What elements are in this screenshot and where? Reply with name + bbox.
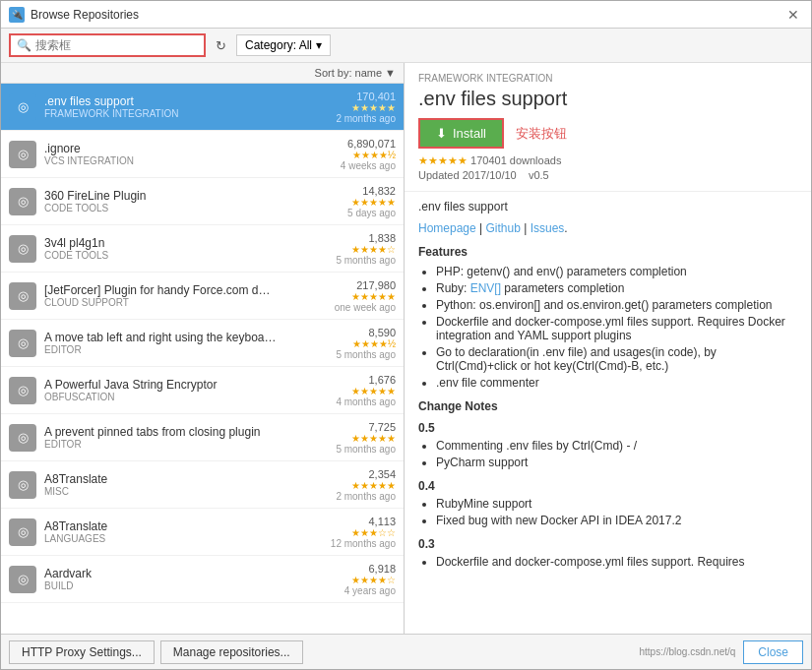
sort-label: Sort by: name [315, 67, 386, 79]
search-icon: 🔍 [17, 38, 31, 52]
change-item: Commenting .env files by Ctrl(Cmd) - / [436, 439, 797, 453]
detail-description: .env files support [418, 200, 797, 213]
category-label: Category: All [245, 38, 312, 52]
plugin-name: [JetForcer] Plugin for handy Force.com d… [44, 283, 335, 297]
plugin-downloads: 1,838 [336, 232, 396, 244]
detail-links: Homepage | Github | Issues. [418, 221, 797, 235]
list-item[interactable]: ◎ A8Translate MISC 2,354 ★★★★★ 2 months … [1, 461, 404, 509]
install-area: ⬇ Install 安装按钮 [418, 118, 797, 149]
list-item[interactable]: ◎ 360 FireLine Plugin CODE TOOLS 14,832 … [1, 178, 404, 225]
plugin-icon: ◎ [9, 377, 36, 404]
install-icon: ⬇ [436, 126, 447, 141]
plugin-category: EDITOR [44, 344, 336, 355]
changes-04-list: RubyMine supportFixed bug with new Docke… [418, 497, 797, 527]
app-icon: 🔌 [9, 7, 25, 23]
plugin-meta: 5 days ago [347, 208, 396, 218]
search-box[interactable]: 🔍 [9, 33, 206, 57]
browse-repositories-window: 🔌 Browse Repositories ✕ 🔍 ↻ Category: Al… [0, 0, 812, 670]
list-item[interactable]: ◎ .env files support FRAMEWORK INTEGRATI… [1, 84, 404, 131]
plugin-info: A Powerful Java String Encryptor OBFUSCA… [44, 378, 336, 402]
detail-stats: ★★★★★ 170401 downloads [418, 154, 797, 167]
manage-repositories-button[interactable]: Manage repositories... [160, 640, 303, 664]
detail-stars: ★★★★★ [418, 154, 468, 166]
list-item[interactable]: ◎ A prevent pinned tabs from closing plu… [1, 414, 404, 461]
version-text: v0.5 [529, 169, 549, 181]
plugin-downloads: 2,354 [336, 468, 396, 480]
plugin-name: A prevent pinned tabs from closing plugi… [44, 425, 336, 439]
plugin-name: .env files support [44, 94, 336, 108]
footer: HTTP Proxy Settings... Manage repositori… [1, 634, 811, 669]
list-item[interactable]: ◎ 3v4l pl4g1n CODE TOOLS 1,838 ★★★★☆ 5 m… [1, 225, 404, 273]
plugin-category: EDITOR [44, 439, 336, 450]
plugin-icon: ◎ [9, 330, 36, 357]
change-notes-title: Change Notes [418, 399, 797, 413]
category-dropdown[interactable]: Category: All ▾ [236, 34, 331, 56]
plugin-name: .ignore [44, 142, 341, 155]
plugin-stars: ★★★★☆ [336, 244, 396, 255]
change-item: Dockerfile and docker-compose.yml files … [436, 555, 797, 569]
plugin-info: Aardvark BUILD [44, 567, 344, 591]
issues-link[interactable]: Issues [531, 221, 565, 235]
change-item: PyCharm support [436, 456, 797, 469]
plugin-icon: ◎ [9, 424, 36, 452]
window-close-button[interactable]: ✕ [783, 5, 803, 25]
detail-title: .env files support [418, 88, 797, 110]
list-item[interactable]: ◎ A8Translate LANGUAGES 4,113 ★★★☆☆ 12 m… [1, 509, 404, 556]
plugin-meta: 2 months ago [336, 113, 396, 124]
install-label: Install [453, 126, 486, 141]
plugin-downloads: 6,918 [344, 563, 396, 575]
plugin-category: CODE TOOLS [44, 250, 336, 261]
plugin-icon: ◎ [9, 566, 36, 593]
plugin-meta: one week ago [335, 302, 396, 313]
detail-updated: Updated 2017/10/10 v0.5 [418, 169, 797, 181]
plugin-right: 2,354 ★★★★★ 2 months ago [336, 468, 396, 502]
close-button[interactable]: Close [743, 640, 803, 664]
plugin-name: 3v4l pl4g1n [44, 236, 336, 250]
list-item[interactable]: ◎ A move tab left and right using the ke… [1, 320, 404, 367]
feature-item: PHP: getenv() and env() parameters compl… [436, 265, 797, 278]
list-item[interactable]: ◎ [JetForcer] Plugin for handy Force.com… [1, 273, 404, 320]
http-proxy-button[interactable]: HTTP Proxy Settings... [9, 640, 155, 664]
plugin-name: A move tab left and right using the keyb… [44, 331, 336, 344]
title-bar: 🔌 Browse Repositories ✕ [1, 1, 811, 29]
changes-05-list: Commenting .env files by Ctrl(Cmd) - /Py… [418, 439, 797, 469]
list-item[interactable]: ◎ .ignore VCS INTEGRATION 6,890,071 ★★★★… [1, 131, 404, 178]
plugin-downloads: 7,725 [336, 421, 396, 433]
list-item[interactable]: ◎ Aardvark BUILD 6,918 ★★★★☆ 4 years ago [1, 556, 404, 603]
plugin-stars: ★★★★★ [336, 433, 396, 444]
plugin-icon: ◎ [9, 141, 36, 168]
footer-left: HTTP Proxy Settings... Manage repositori… [9, 640, 303, 664]
plugin-list[interactable]: ◎ .env files support FRAMEWORK INTEGRATI… [1, 84, 404, 634]
homepage-link[interactable]: Homepage [418, 221, 476, 235]
plugin-stars: ★★★☆☆ [331, 527, 396, 538]
detail-header: FRAMEWORK INTEGRATION .env files support… [405, 63, 811, 192]
change-item: RubyMine support [436, 497, 797, 511]
plugin-name: A Powerful Java String Encryptor [44, 378, 336, 392]
plugin-stars: ★★★★½ [341, 150, 396, 160]
plugin-meta: 5 months ago [336, 444, 396, 455]
list-item[interactable]: ◎ A Powerful Java String Encryptor OBFUS… [1, 367, 404, 414]
detail-panel: FRAMEWORK INTEGRATION .env files support… [405, 63, 811, 634]
plugin-meta: 4 months ago [336, 396, 396, 407]
plugin-downloads: 170,401 [336, 91, 396, 102]
plugin-stars: ★★★★★ [335, 291, 396, 302]
plugin-icon: ◎ [9, 518, 36, 546]
plugin-downloads: 4,113 [331, 516, 396, 527]
version-04: 0.4 [418, 479, 797, 493]
plugin-category: LANGUAGES [44, 533, 331, 544]
plugin-right: 8,590 ★★★★½ 5 months ago [336, 327, 396, 360]
refresh-button[interactable]: ↻ [212, 34, 230, 57]
plugin-icon: ◎ [9, 235, 36, 263]
install-button[interactable]: ⬇ Install [418, 118, 504, 149]
plugin-name: Aardvark [44, 567, 344, 580]
sort-chevron-icon: ▼ [385, 67, 396, 79]
plugin-meta: 12 months ago [331, 538, 396, 549]
plugin-info: A8Translate MISC [44, 472, 336, 497]
sort-bar: Sort by: name ▼ [1, 63, 404, 84]
plugin-info: .ignore VCS INTEGRATION [44, 142, 341, 166]
github-link[interactable]: Github [486, 221, 521, 235]
plugin-icon: ◎ [9, 282, 36, 310]
plugin-info: [JetForcer] Plugin for handy Force.com d… [44, 283, 335, 308]
search-input[interactable] [35, 38, 173, 52]
plugin-right: 1,676 ★★★★★ 4 months ago [336, 374, 396, 407]
